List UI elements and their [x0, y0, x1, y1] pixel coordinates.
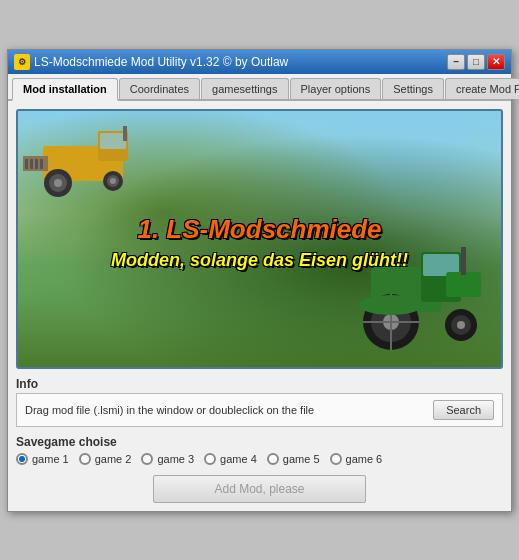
svg-point-27	[457, 321, 465, 329]
radio-game5[interactable]	[267, 453, 279, 465]
maximize-button[interactable]: □	[467, 54, 485, 70]
radio-game5-label: game 5	[283, 453, 320, 465]
app-icon: ⚙	[14, 54, 30, 70]
savegame-option-6[interactable]: game 6	[330, 453, 383, 465]
svg-rect-7	[40, 159, 43, 169]
tab-bar: Mod installation Coordinates gamesetting…	[8, 74, 511, 101]
savegame-radio-group: game 1 game 2 game 3 game 4 game 5	[16, 453, 503, 465]
savegame-option-4[interactable]: game 4	[204, 453, 257, 465]
radio-game1[interactable]	[16, 453, 28, 465]
radio-game3[interactable]	[141, 453, 153, 465]
svg-rect-14	[123, 126, 127, 141]
savegame-option-1[interactable]: game 1	[16, 453, 69, 465]
titlebar-left: ⚙ LS-Modschmiede Mod Utility v1.32 © by …	[14, 54, 288, 70]
window-title: LS-Modschmiede Mod Utility v1.32 © by Ou…	[34, 55, 288, 69]
banner-image: 1. LS-Modschmiede Modden, solange das Ei…	[16, 109, 503, 369]
search-button[interactable]: Search	[433, 400, 494, 420]
info-description: Drag mod file (.lsmi) in the window or d…	[25, 404, 314, 416]
svg-rect-4	[25, 159, 28, 169]
savegame-option-2[interactable]: game 2	[79, 453, 132, 465]
info-section-label: Info	[16, 377, 503, 391]
tab-create-mod-file[interactable]: create Mod File	[445, 78, 519, 99]
close-button[interactable]: ✕	[487, 54, 505, 70]
svg-rect-18	[446, 272, 481, 297]
svg-rect-2	[100, 133, 126, 149]
tab-settings[interactable]: Settings	[382, 78, 444, 99]
radio-game1-label: game 1	[32, 453, 69, 465]
tractor-icon	[341, 237, 491, 357]
savegame-section-label: Savegame choise	[16, 435, 503, 449]
savegame-option-5[interactable]: game 5	[267, 453, 320, 465]
tab-player-options[interactable]: Player options	[290, 78, 382, 99]
svg-rect-6	[35, 159, 38, 169]
radio-game6-label: game 6	[346, 453, 383, 465]
radio-game3-label: game 3	[157, 453, 194, 465]
svg-point-13	[110, 178, 116, 184]
add-mod-button[interactable]: Add Mod, please	[153, 475, 365, 503]
radio-game4[interactable]	[204, 453, 216, 465]
svg-rect-19	[461, 247, 466, 275]
tab-coordinates[interactable]: Coordinates	[119, 78, 200, 99]
svg-rect-5	[30, 159, 33, 169]
svg-point-28	[359, 295, 423, 315]
titlebar-controls: – □ ✕	[447, 54, 505, 70]
radio-game2-label: game 2	[95, 453, 132, 465]
savegame-section: Savegame choise game 1 game 2 game 3 gam…	[16, 435, 503, 465]
tab-gamesettings[interactable]: gamesettings	[201, 78, 288, 99]
radio-game6[interactable]	[330, 453, 342, 465]
radio-game4-label: game 4	[220, 453, 257, 465]
savegame-option-3[interactable]: game 3	[141, 453, 194, 465]
tab-mod-installation[interactable]: Mod installation	[12, 78, 118, 101]
svg-point-10	[54, 179, 62, 187]
minimize-button[interactable]: –	[447, 54, 465, 70]
main-content: 1. LS-Modschmiede Modden, solange das Ei…	[8, 101, 511, 511]
titlebar: ⚙ LS-Modschmiede Mod Utility v1.32 © by …	[8, 50, 511, 74]
info-box: Drag mod file (.lsmi) in the window or d…	[16, 393, 503, 427]
main-window: ⚙ LS-Modschmiede Mod Utility v1.32 © by …	[7, 49, 512, 512]
combine-harvester-icon	[23, 121, 153, 201]
radio-game2[interactable]	[79, 453, 91, 465]
